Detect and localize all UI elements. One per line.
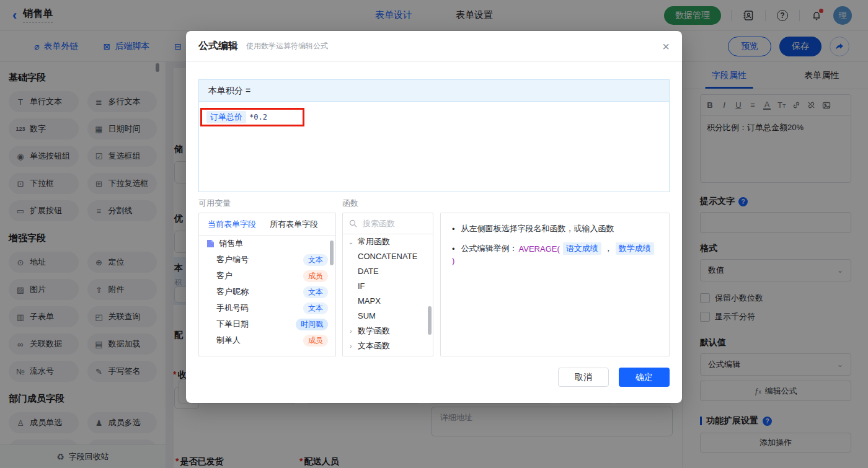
formula-edit-modal: 公式编辑 使用数学运算符编辑公式 × 本单积分 = 订单总价 *0.2 可用变量… [186, 31, 682, 403]
type-badge: 文本 [303, 302, 328, 314]
type-badge: 成员 [303, 335, 328, 347]
modal-title: 公式编辑 [198, 40, 238, 53]
modal-subtitle: 使用数学运算符编辑公式 [246, 41, 328, 51]
variables-panel: 当前表单字段 所有表单字段 销售单 客户编号 文本 客户 成员 客户昵称 文本 [198, 213, 336, 356]
formula-editor: 本单积分 = 订单总价 *0.2 [198, 79, 670, 192]
function-item[interactable]: SUM [343, 309, 433, 324]
functions-panel: ⌄ 常用函数 CONCATENATE DATE IF MAPX SUM › 数学… [342, 213, 433, 356]
type-badge: 成员 [303, 270, 328, 282]
search-icon [349, 219, 357, 227]
variable-row[interactable]: 下单日期 时间戳 [199, 316, 335, 332]
variable-row[interactable]: 制单人 成员 [199, 332, 335, 348]
variables-scrollbar[interactable] [330, 241, 334, 265]
function-item[interactable]: IF [343, 279, 433, 294]
close-icon[interactable]: × [662, 40, 670, 53]
help-line-2: • 公式编辑举例： AVERAGE( 语文成绩 ， 数学成绩 ) [452, 242, 658, 265]
variable-row[interactable]: 客户编号 文本 [199, 252, 335, 268]
tab-current-form-fields[interactable]: 当前表单字段 [208, 219, 256, 230]
example-field-chip: 语文成绩 [563, 242, 601, 255]
function-item[interactable]: DATE [343, 264, 433, 279]
form-node[interactable]: 销售单 [199, 236, 335, 252]
functions-section-label: 函数 [342, 198, 358, 209]
type-badge: 文本 [303, 286, 328, 298]
help-line-1: • 从左侧面板选择字段名和函数，或输入函数 [452, 223, 658, 234]
example-field-chip: 数学成绩 [616, 242, 654, 255]
document-icon [206, 239, 215, 248]
caret-right-icon: › [348, 328, 354, 335]
function-item[interactable]: MAPX [343, 294, 433, 309]
variable-row[interactable]: 客户昵称 文本 [199, 284, 335, 300]
variables-section-label: 可用变量 [198, 198, 231, 209]
function-group-text[interactable]: › 文本函数 [343, 338, 433, 353]
help-panel: • 从左侧面板选择字段名和函数，或输入函数 • 公式编辑举例： AVERAGE(… [440, 213, 670, 356]
tab-all-form-fields[interactable]: 所有表单字段 [270, 219, 318, 230]
caret-down-icon: ⌄ [348, 239, 354, 245]
annotation-highlight-box: 订单总价 *0.2 [200, 108, 304, 126]
functions-scrollbar[interactable] [428, 306, 432, 335]
function-item[interactable]: CONCATENATE [343, 249, 433, 264]
app-screen: ‹ 销售单 表单设计 表单设置 数据管理 ? [0, 0, 868, 468]
type-badge: 时间戳 [296, 319, 328, 330]
function-search-input[interactable] [361, 218, 423, 229]
formula-target-label: 本单积分 = [199, 80, 669, 102]
function-group-math[interactable]: › 数学函数 [343, 324, 433, 338]
formula-expression[interactable]: *0.2 [249, 113, 267, 121]
variable-row[interactable]: 手机号码 文本 [199, 300, 335, 316]
field-token-chip[interactable]: 订单总价 [206, 111, 246, 123]
cancel-button[interactable]: 取消 [558, 368, 609, 387]
formula-input-area[interactable]: 订单总价 *0.2 [199, 102, 669, 192]
variable-row[interactable]: 客户 成员 [199, 268, 335, 284]
type-badge: 文本 [303, 254, 328, 266]
function-group-common[interactable]: ⌄ 常用函数 [343, 234, 433, 249]
caret-right-icon: › [348, 343, 354, 350]
confirm-button[interactable]: 确定 [619, 368, 670, 387]
